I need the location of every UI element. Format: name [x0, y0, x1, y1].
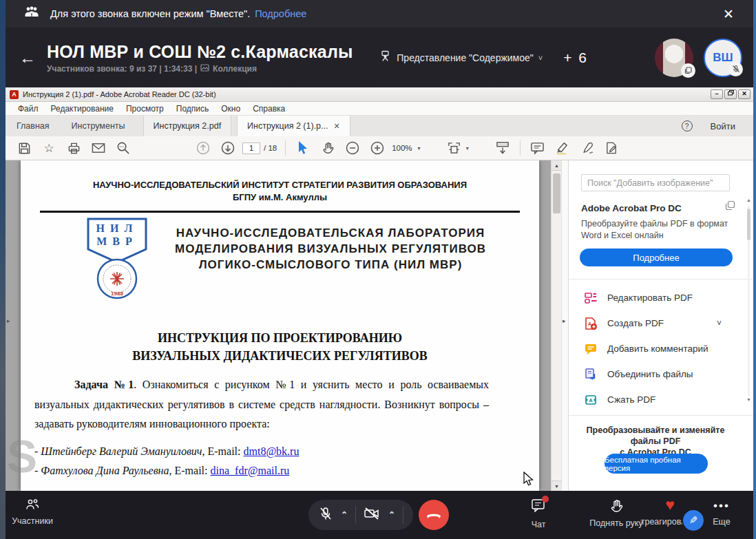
chat-button[interactable]: Чат	[518, 498, 559, 529]
menu-edit[interactable]: Редактирование	[51, 104, 114, 114]
overflow-participants-count[interactable]: + 6	[563, 50, 588, 66]
contact1-email-link[interactable]: dmt8@bk.ru	[243, 445, 299, 457]
left-pane-arrow-icon[interactable]: ▸	[7, 317, 10, 324]
window-title: Инструкция 2 (1).pdf - Adobe Acrobat Rea…	[23, 90, 216, 98]
app-root: Для этого звонка включен режим "Вместе".…	[0, 0, 756, 539]
tabbar-right-group: ? Войти	[682, 116, 735, 136]
search-icon[interactable]	[114, 139, 132, 157]
tool-combine-files[interactable]: Объединить файлы	[569, 361, 742, 387]
fit-caret-icon[interactable]: ▾	[466, 145, 469, 151]
window-close-button[interactable]: ✕	[738, 89, 750, 99]
participants-label: Участники	[12, 516, 53, 526]
mouse-cursor	[523, 472, 534, 489]
view-mode-label[interactable]: Представление "Содержимое"	[397, 52, 534, 63]
comment-bubble-icon[interactable]	[529, 139, 547, 157]
scrolling-mode-icon[interactable]	[494, 139, 512, 157]
chat-notification-dot	[542, 496, 549, 503]
tool-compress-pdf[interactable]: A Сжать PDF	[569, 387, 742, 412]
more-tools-icon[interactable]	[603, 139, 621, 157]
previous-page-icon[interactable]	[194, 139, 212, 157]
acrobat-window: A Инструкция 2 (1).pdf - Adobe Acrobat R…	[6, 87, 753, 491]
email-icon[interactable]	[90, 139, 107, 157]
fit-page-icon[interactable]	[445, 139, 463, 157]
documents-copy-icon	[725, 200, 735, 213]
participant-avatar-2[interactable]	[655, 39, 693, 77]
zoom-caret-icon[interactable]: ▾	[418, 145, 421, 151]
mic-options-chevron-icon[interactable]: ⌃	[341, 510, 348, 520]
contact2-email-link[interactable]: dina_fdr@mail.ru	[211, 465, 290, 476]
learn-more-button[interactable]: Подробнее	[580, 249, 733, 266]
zoom-out-icon[interactable]	[344, 139, 361, 157]
star-icon[interactable]: ☆	[40, 139, 58, 157]
doc-main-title-line1: ИНСТРУКЦИЯ ПО ПРОЕКТИРОВАНИЮ	[21, 331, 539, 346]
tool-add-comment[interactable]: Добавить комментарий	[569, 336, 742, 361]
camera-muted-icon[interactable]	[364, 507, 381, 523]
scroll-down-icon[interactable]: ▼	[552, 480, 562, 491]
sidebar-scroll-up-icon[interactable]: ▲	[746, 198, 751, 202]
footer-title-line1: Преобразовывайте и изменяйте файлы PDF	[576, 425, 735, 447]
tab-document-2-active[interactable]: Инструкция 2 (1).p... ✕	[237, 116, 350, 136]
page-number-input[interactable]	[242, 142, 260, 154]
more-dots-icon[interactable]: •••	[713, 500, 730, 512]
window-edge-left	[0, 0, 6, 539]
close-icon[interactable]: ✕	[723, 8, 734, 21]
tab-close-icon[interactable]: ✕	[333, 122, 339, 131]
participants-button[interactable]: Участники	[10, 498, 55, 526]
fill-sign-pen-icon[interactable]	[578, 139, 596, 157]
menu-sign[interactable]: Подпись	[176, 104, 209, 114]
participant-avatar-1[interactable]	[606, 39, 644, 77]
collection-label[interactable]: Коллекция	[213, 64, 257, 74]
back-arrow-icon[interactable]: ←	[19, 48, 43, 67]
mic-muted-icon[interactable]	[318, 506, 333, 524]
more-actions-button[interactable]: ••• Еще	[702, 500, 741, 527]
avatar-initials: ВШ	[713, 51, 733, 65]
search-input[interactable]	[581, 174, 730, 191]
tool-label: Редактировать PDF	[607, 293, 693, 303]
highlighter-icon[interactable]	[554, 139, 571, 157]
tool-create-pdf[interactable]: A Создать PDF ˅	[569, 310, 742, 336]
annotation-pencil-badge[interactable]: ✎	[682, 509, 705, 532]
doc-task-paragraph: Задача №1. Ознакомиться с рисунком №1 и …	[34, 375, 489, 434]
scrollbar-thumb[interactable]	[553, 173, 560, 213]
heart-reaction-icon[interactable]: ♥	[665, 497, 675, 512]
sign-in-button[interactable]: Войти	[711, 121, 735, 131]
right-pane-arrow-icon[interactable]: ▸	[563, 317, 566, 324]
sidebar-divider	[569, 279, 753, 279]
sidebar-scroll-thumb[interactable]	[747, 209, 750, 240]
chevron-down-icon[interactable]: ˅	[717, 319, 722, 328]
pill-divider	[355, 506, 356, 524]
menu-view[interactable]: Просмотр	[126, 104, 164, 114]
together-mode-banner: Для этого звонка включен режим "Вместе".…	[6, 0, 753, 28]
window-minimize-button[interactable]: –	[711, 89, 723, 99]
print-icon[interactable]	[65, 139, 83, 157]
help-icon[interactable]: ?	[682, 120, 693, 131]
scroll-up-icon[interactable]: ▲	[552, 160, 562, 171]
tool-edit-pdf[interactable]: Редактировать PDF	[569, 285, 742, 310]
banner-learn-more-link[interactable]: Подробнее	[255, 8, 306, 19]
menu-file[interactable]: Файл	[18, 104, 39, 114]
camera-options-chevron-icon[interactable]: ⌃	[388, 510, 395, 520]
hand-tool-icon[interactable]	[319, 139, 337, 157]
select-cursor-icon[interactable]	[294, 139, 312, 157]
menu-help[interactable]: Справка	[253, 104, 285, 114]
free-trial-button[interactable]: Бесплатная пробная версия	[605, 454, 708, 474]
window-restore-button[interactable]	[724, 89, 737, 99]
sidebar-scroll-down-icon[interactable]: ▼	[746, 397, 751, 402]
tab-document-1-label: Инструкция 2.pdf	[154, 121, 222, 131]
hang-up-button[interactable]	[419, 500, 449, 530]
chevron-down-icon[interactable]: ˅	[538, 54, 543, 62]
document-scrollbar[interactable]: ▲ ▼	[551, 160, 561, 491]
page-total-label: / 18	[264, 144, 277, 152]
tab-home[interactable]: Главная	[6, 116, 61, 136]
tab-tools[interactable]: Инструменты	[61, 116, 136, 136]
zoom-level-value[interactable]: 100%	[392, 144, 412, 152]
doc-contact-line-2: - Фатхулова Дина Раульевна, E-mail: dina…	[34, 465, 289, 477]
next-page-icon[interactable]	[219, 139, 237, 157]
zoom-in-icon[interactable]	[368, 139, 386, 157]
menu-window[interactable]: Окно	[221, 104, 240, 114]
save-icon[interactable]	[15, 139, 33, 157]
tab-document-1[interactable]: Инструкция 2.pdf	[143, 116, 232, 136]
participant-avatar-initials[interactable]: ВШ	[704, 39, 742, 77]
pdf-viewport[interactable]: НАУЧНО-ИССЛЕДОВАТЕЛЬСКИЙ ИНСТИТУТ СТРАТЕ…	[6, 160, 551, 491]
mic-camera-pill: ⌃ ⌃	[308, 500, 413, 530]
